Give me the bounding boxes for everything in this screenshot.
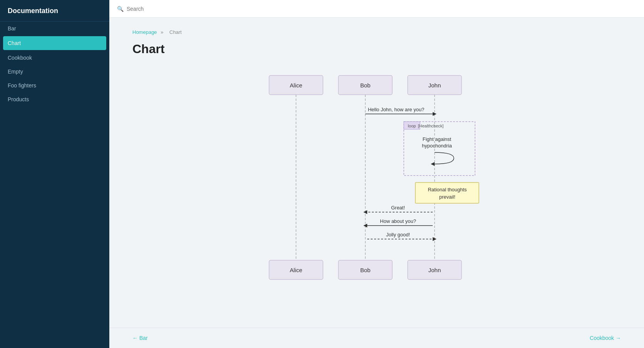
sidebar: Documentation Bar Chart Cookbook Empty F… xyxy=(0,0,109,348)
sidebar-item-cookbook[interactable]: Cookbook xyxy=(0,51,109,65)
svg-text:Alice: Alice xyxy=(289,267,302,273)
prev-link[interactable]: ← Bar xyxy=(132,335,148,341)
diagram-svg: Alice Bob John Hello John, how are you? xyxy=(258,72,496,287)
svg-text:hypochondria: hypochondria xyxy=(422,143,452,149)
sidebar-item-bar[interactable]: Bar xyxy=(0,22,109,35)
content-area: Homepage » Chart Chart Alice Bob xyxy=(109,18,644,328)
svg-text:Great!: Great! xyxy=(391,205,405,211)
svg-text:Fight against: Fight against xyxy=(422,136,451,142)
breadcrumb-current: Chart xyxy=(169,29,182,35)
breadcrumb-separator: » xyxy=(161,29,163,35)
search-icon: 🔍 xyxy=(117,6,124,12)
svg-text:How about you?: How about you? xyxy=(380,218,416,224)
sidebar-item-chart[interactable]: Chart xyxy=(3,36,106,50)
main-area: 🔍 Homepage » Chart Chart Alice xyxy=(109,0,644,348)
svg-text:Rational thoughts: Rational thoughts xyxy=(428,187,467,192)
svg-text:loop: loop xyxy=(408,124,416,128)
svg-text:Alice: Alice xyxy=(289,82,302,89)
breadcrumb-home[interactable]: Homepage xyxy=(132,29,157,35)
svg-text:[Healthcheck]: [Healthcheck] xyxy=(418,124,443,128)
svg-text:Bob: Bob xyxy=(360,267,370,273)
svg-text:Bob: Bob xyxy=(360,82,370,89)
page-title: Chart xyxy=(132,42,621,56)
svg-text:John: John xyxy=(428,267,441,273)
svg-text:Hello John, how are you?: Hello John, how are you? xyxy=(368,107,424,112)
diagram-container: Alice Bob John Hello John, how are you? xyxy=(132,72,621,287)
sidebar-item-products[interactable]: Products xyxy=(0,92,109,106)
bottom-nav: ← Bar Cookbook → xyxy=(109,328,644,348)
sidebar-item-foo-fighters[interactable]: Foo fighters xyxy=(0,79,109,92)
svg-text:Jolly good!: Jolly good! xyxy=(386,232,410,238)
svg-text:prevail!: prevail! xyxy=(439,194,455,200)
app-title: Documentation xyxy=(0,0,109,22)
sequence-diagram: Alice Bob John Hello John, how are you? xyxy=(258,72,496,287)
breadcrumb: Homepage » Chart xyxy=(132,29,621,35)
topbar: 🔍 xyxy=(109,0,644,18)
svg-rect-12 xyxy=(404,122,475,176)
search-input[interactable] xyxy=(127,6,204,12)
next-link[interactable]: Cookbook → xyxy=(590,335,621,341)
svg-marker-18 xyxy=(431,162,435,166)
svg-rect-19 xyxy=(415,182,479,203)
sidebar-item-empty[interactable]: Empty xyxy=(0,65,109,79)
svg-text:John: John xyxy=(428,82,441,89)
